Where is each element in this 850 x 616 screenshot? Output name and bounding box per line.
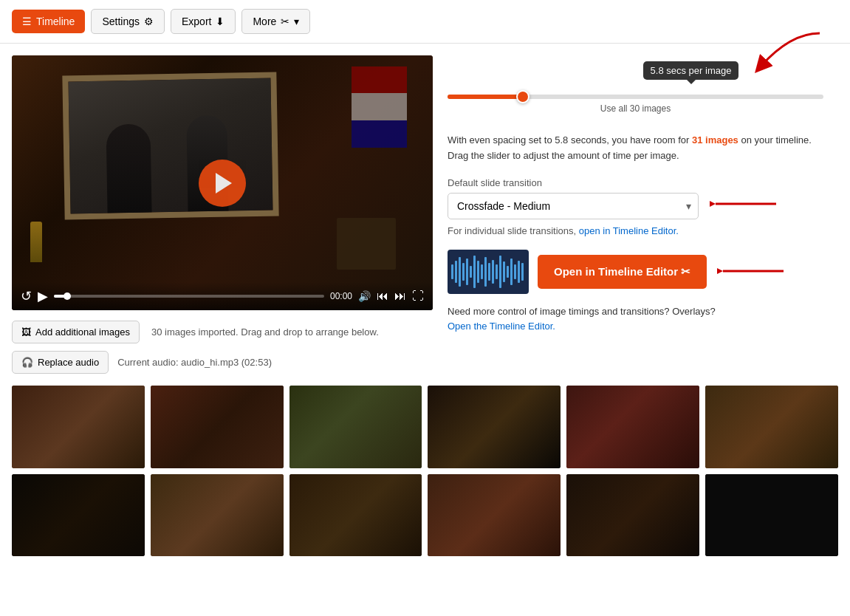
svg-rect-3 xyxy=(459,257,461,287)
svg-rect-20 xyxy=(521,263,524,281)
timeline-btn-arrow-svg xyxy=(717,263,791,279)
slider-track xyxy=(448,95,823,99)
progress-bar[interactable] xyxy=(54,295,324,298)
video-controls: ↺ ▶ 00:00 🔊 ⏮ ⏭ ⛶ xyxy=(12,282,433,310)
time-display: 00:00 xyxy=(330,291,352,301)
thumbnail-image: HOLDING UP THE MEMORIES CAMERA FILMS xyxy=(705,474,838,557)
svg-rect-4 xyxy=(462,263,465,281)
add-images-button[interactable]: 🖼 Add additional images xyxy=(12,321,140,343)
svg-rect-18 xyxy=(514,264,516,279)
svg-rect-10 xyxy=(484,257,487,287)
svg-rect-19 xyxy=(518,261,520,283)
replace-audio-button[interactable]: 🎧 Replace audio xyxy=(12,351,109,374)
play-button-overlay[interactable] xyxy=(12,55,433,310)
svg-rect-15 xyxy=(503,261,505,282)
skip-back-icon[interactable]: ⏮ xyxy=(377,290,388,303)
thumbnail-image xyxy=(12,386,145,468)
thumbnail-image xyxy=(151,386,284,468)
svg-rect-9 xyxy=(481,264,483,279)
thumbnail-image xyxy=(289,386,422,468)
timeline-editor-link-2[interactable]: Open the Timeline Editor. xyxy=(448,321,555,332)
play-icon xyxy=(216,173,232,194)
svg-rect-16 xyxy=(507,266,509,278)
thumbnail-item[interactable]: HOLDING UP THE MEMORIES CAMERA FILMS xyxy=(705,474,838,557)
thumbnail-item[interactable] xyxy=(289,386,422,468)
add-images-row: 🖼 Add additional images 30 images import… xyxy=(12,321,433,343)
replace-audio-row: 🎧 Replace audio Current audio: audio_hi.… xyxy=(12,351,433,374)
open-timeline-button[interactable]: Open in Timeline Editor ✂ xyxy=(538,255,707,289)
images-count-highlight: 31 images xyxy=(692,134,738,146)
left-panel: ↺ ▶ 00:00 🔊 ⏮ ⏭ ⛶ 🖼 Add additional image… xyxy=(12,55,433,374)
svg-rect-5 xyxy=(466,259,468,285)
more-button[interactable]: More ✂ ▾ xyxy=(241,9,310,34)
slider-thumb[interactable] xyxy=(516,90,529,103)
timeline-help-text: Need more control of image timings and t… xyxy=(448,304,823,335)
play-pause-button[interactable]: ▶ xyxy=(38,288,48,304)
thumbnail-image xyxy=(566,386,699,468)
svg-rect-12 xyxy=(492,260,494,284)
timeline-button[interactable]: ☰ Timeline xyxy=(12,10,85,33)
thumbnail-image xyxy=(566,474,699,557)
thumbnail-item[interactable] xyxy=(566,474,699,557)
thumbnail-item[interactable] xyxy=(289,474,422,557)
gear-icon: ⚙ xyxy=(144,16,154,27)
thumbnail-item[interactable] xyxy=(12,386,145,468)
waveform-svg xyxy=(448,250,529,294)
current-audio-text: Current audio: audio_hi.mp3 (02:53) xyxy=(117,357,272,368)
wrench-icon: ✂ xyxy=(281,16,289,27)
images-count-text: 30 images imported. Drag and drop to arr… xyxy=(151,326,379,338)
thumbnail-item[interactable] xyxy=(566,386,699,468)
svg-rect-14 xyxy=(499,256,501,288)
progress-dot xyxy=(64,292,71,300)
thumbnail-item[interactable] xyxy=(428,386,561,468)
svg-rect-1 xyxy=(451,264,453,279)
slider-label: Use all 30 images xyxy=(448,103,823,114)
timeline-editor-row: Open in Timeline Editor ✂ xyxy=(448,250,823,294)
svg-rect-6 xyxy=(470,266,472,278)
thumbnails-section: HOLDING UP THE MEMORIES CAMERA FILMS xyxy=(0,386,850,568)
transition-section: Default slide transition Crossfade - Med… xyxy=(448,177,823,236)
svg-rect-11 xyxy=(488,263,490,281)
replay-button[interactable]: ↺ xyxy=(21,288,32,304)
thumbnail-image xyxy=(705,386,838,468)
thumbnail-item[interactable] xyxy=(151,474,284,557)
settings-button[interactable]: Settings ⚙ xyxy=(91,9,165,34)
main-layout: ↺ ▶ 00:00 🔊 ⏮ ⏭ ⛶ 🖼 Add additional image… xyxy=(0,44,850,386)
thumbnail-item[interactable] xyxy=(705,386,838,468)
thumbnail-item[interactable] xyxy=(151,386,284,468)
transition-select[interactable]: Crossfade - Medium Crossfade - Slow Cros… xyxy=(448,193,699,219)
svg-rect-13 xyxy=(496,264,498,279)
waveform-box xyxy=(448,250,529,294)
transition-arrow-svg xyxy=(710,196,784,212)
svg-rect-2 xyxy=(455,261,457,283)
slider-section: 5.8 secs per image Use all 30 images xyxy=(448,55,823,126)
headphones-icon: 🎧 xyxy=(21,357,33,368)
thumbnail-item[interactable] xyxy=(428,474,561,557)
images-icon: 🖼 xyxy=(21,326,31,338)
spacing-info-text: With even spacing set to 5.8 seconds, yo… xyxy=(448,133,823,164)
chevron-down-icon: ▾ xyxy=(294,16,299,27)
thumbnail-image xyxy=(289,474,422,557)
thumbnail-image xyxy=(12,474,145,557)
transition-info-text: For individual slide transitions, open i… xyxy=(448,225,823,236)
export-button[interactable]: Export ⬇ xyxy=(171,9,236,34)
svg-rect-8 xyxy=(477,261,479,283)
thumbnail-item[interactable] xyxy=(12,474,145,557)
transition-label: Default slide transition xyxy=(448,177,823,188)
thumbnail-image xyxy=(428,474,561,557)
timeline-editor-link-1[interactable]: open in Timeline Editor. xyxy=(579,225,679,236)
download-icon: ⬇ xyxy=(216,16,225,27)
timeline-icon: ☰ xyxy=(22,16,32,27)
slider-track-container xyxy=(448,95,823,99)
fullscreen-icon[interactable]: ⛶ xyxy=(412,290,424,303)
skip-forward-icon[interactable]: ⏭ xyxy=(394,290,406,303)
svg-rect-17 xyxy=(510,259,513,285)
svg-rect-7 xyxy=(473,256,476,288)
volume-icon[interactable]: 🔊 xyxy=(358,290,371,302)
transition-select-wrapper: Crossfade - Medium Crossfade - Slow Cros… xyxy=(448,193,699,219)
thumbnail-image xyxy=(151,474,284,557)
transition-row: Crossfade - Medium Crossfade - Slow Cros… xyxy=(448,193,823,219)
video-player: ↺ ▶ 00:00 🔊 ⏮ ⏭ ⛶ xyxy=(12,55,433,310)
play-button-large[interactable] xyxy=(199,160,246,207)
right-panel: 5.8 secs per image Use all 30 images Wit… xyxy=(433,55,838,335)
